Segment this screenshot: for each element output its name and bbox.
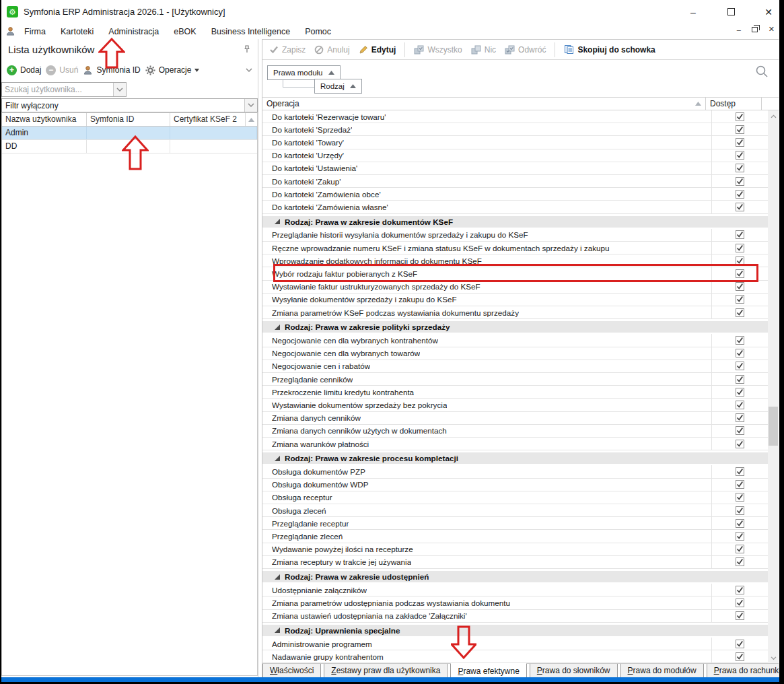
tab-prawa-do-rachunków-bankowych[interactable]: Prawa do rachunków bankowych bbox=[707, 664, 784, 678]
access-checkbox[interactable] bbox=[736, 256, 744, 265]
edytuj-button[interactable]: Edytuj bbox=[359, 45, 396, 55]
permission-row[interactable]: Do kartoteki 'Zakup' bbox=[262, 175, 768, 188]
permission-row[interactable]: Zmiana parametrów udostępniania podczas … bbox=[262, 596, 768, 609]
column-header-symfonia-id[interactable]: Symfonia ID bbox=[87, 113, 170, 126]
permission-row[interactable]: Zmiana danych cenników bbox=[262, 412, 768, 425]
access-checkbox[interactable] bbox=[736, 519, 744, 528]
permission-row[interactable]: Przeglądanie zleceń bbox=[262, 530, 768, 543]
toolbar-overflow-chevron-icon[interactable] bbox=[246, 68, 252, 73]
zapisz-button[interactable]: Zapisz bbox=[269, 45, 306, 55]
search-icon[interactable] bbox=[754, 64, 769, 79]
nic-button[interactable]: Nic bbox=[471, 45, 496, 55]
permission-row[interactable]: Do kartoteki 'Urzędy' bbox=[262, 149, 768, 162]
vertical-scrollbar[interactable] bbox=[768, 110, 779, 664]
close-button[interactable]: ✕ bbox=[761, 7, 776, 18]
permission-row[interactable]: Wydawanie powyżej ilości na recepturze bbox=[262, 543, 768, 556]
permission-row[interactable]: Ręczne wprowadzanie numeru KSeF i zmiana… bbox=[262, 242, 768, 254]
access-checkbox[interactable] bbox=[736, 440, 744, 448]
tab-właściwości[interactable]: Właściwości bbox=[262, 664, 321, 678]
permission-row[interactable]: Negocjowanie cen i rabatów bbox=[262, 360, 768, 373]
filter-dropdown-button[interactable] bbox=[244, 99, 257, 112]
tab-prawa-do-modułów[interactable]: Prawa do modułów bbox=[620, 664, 704, 678]
column-header-certyfikat[interactable]: Certyfikat KSeF 2 bbox=[170, 113, 246, 126]
permission-row[interactable]: Przeglądanie receptur bbox=[262, 517, 768, 530]
menu-item-ebok[interactable]: eBOK bbox=[166, 26, 203, 38]
operations-button[interactable]: Operacje bbox=[145, 65, 200, 75]
wszystko-button[interactable]: Wszystko bbox=[414, 45, 462, 55]
permission-row[interactable]: Zmiana receptury w trakcie jej używania bbox=[262, 556, 768, 569]
access-checkbox[interactable] bbox=[736, 164, 744, 172]
access-checkbox[interactable] bbox=[736, 244, 744, 252]
permission-row[interactable]: Wprowadzanie dodatkowych informacji do d… bbox=[262, 254, 768, 267]
access-checkbox[interactable] bbox=[736, 138, 744, 147]
odwróć-button[interactable]: Odwróć bbox=[505, 45, 546, 55]
group-by-rodzaj[interactable]: Rodzaj bbox=[314, 79, 362, 94]
column-header-operacja[interactable]: Operacja bbox=[262, 98, 705, 110]
permission-row[interactable]: Przeglądanie historii wysyłania dokument… bbox=[262, 229, 768, 242]
menu-item-business-intelligence[interactable]: Business Intelligence bbox=[204, 26, 297, 38]
access-checkbox[interactable] bbox=[736, 557, 744, 566]
permission-row[interactable]: Przekroczenie limitu kredytu kontrahenta bbox=[262, 386, 768, 399]
access-checkbox[interactable] bbox=[736, 308, 744, 317]
permission-row[interactable]: Do kartoteki 'Zamówienia własne' bbox=[262, 201, 768, 213]
access-checkbox[interactable] bbox=[736, 413, 744, 422]
access-checkbox[interactable] bbox=[736, 506, 744, 515]
anuluj-button[interactable]: Anuluj bbox=[314, 45, 349, 55]
access-checkbox[interactable] bbox=[736, 388, 744, 397]
user-row-admin[interactable]: Admin bbox=[2, 127, 257, 140]
search-input[interactable] bbox=[2, 83, 113, 96]
access-checkbox[interactable] bbox=[736, 640, 744, 648]
access-checkbox[interactable] bbox=[736, 480, 744, 489]
permission-row[interactable]: Nadawanie grupy kontrahentom bbox=[262, 650, 768, 663]
permission-row[interactable]: Udostępnianie załączników bbox=[262, 584, 768, 596]
permission-row[interactable]: Zmiana ustawień udostępniania na zakładc… bbox=[262, 610, 768, 623]
panel-splitter[interactable] bbox=[258, 39, 262, 677]
access-checkbox[interactable] bbox=[736, 375, 744, 384]
permission-row[interactable]: Do kartoteki 'Ustawienia' bbox=[262, 162, 768, 175]
permission-row[interactable]: Wysyłanie dokumentów sprzedaży i zakupu … bbox=[262, 294, 768, 306]
column-header-dostep[interactable]: Dostęp bbox=[705, 98, 761, 110]
permission-row[interactable]: Wystawianie faktur ustrukturyzowanych sp… bbox=[262, 281, 768, 294]
permission-row[interactable]: Zmiana parametrów KSeF podczas wystawian… bbox=[262, 306, 768, 319]
permission-row[interactable]: Negocjowanie cen dla wybranych kontrahen… bbox=[262, 334, 768, 347]
access-checkbox[interactable] bbox=[736, 362, 744, 370]
access-checkbox[interactable] bbox=[736, 467, 744, 476]
group-row[interactable]: Rodzaj: Prawa w zakresie dokumentów KSeF bbox=[262, 214, 768, 229]
filter-dropdown[interactable]: Filtr wyłączony bbox=[1, 98, 258, 112]
mdi-close-button[interactable]: ✕ bbox=[769, 25, 775, 34]
permission-row[interactable]: Przeglądanie cenników bbox=[262, 373, 768, 386]
group-by-prawa-modulu[interactable]: Prawa modułu bbox=[267, 65, 341, 80]
permission-row[interactable]: Do kartoteki 'Rezerwacje towaru' bbox=[262, 110, 768, 123]
access-checkbox[interactable] bbox=[736, 269, 744, 278]
menu-item-pomoc[interactable]: Pomoc bbox=[297, 26, 338, 38]
tab-zestawy-praw-dla-użytkownika[interactable]: Zestawy praw dla użytkownika bbox=[324, 664, 448, 678]
scroll-down-icon[interactable] bbox=[768, 652, 779, 664]
mdi-restore-button[interactable] bbox=[752, 27, 758, 32]
symfonia-id-button[interactable]: Symfonia ID bbox=[83, 65, 140, 75]
permission-row[interactable]: Zmiana danych cenników użytych w dokumen… bbox=[262, 425, 768, 438]
maximize-button[interactable] bbox=[723, 7, 738, 18]
access-checkbox[interactable] bbox=[736, 177, 744, 186]
skopiuj-do-schowka-button[interactable]: Skopiuj do schowka bbox=[564, 44, 655, 55]
permission-row[interactable]: Administrowanie programem bbox=[262, 638, 768, 650]
access-checkbox[interactable] bbox=[736, 598, 744, 607]
permission-row[interactable]: Do kartoteki 'Sprzedaż' bbox=[262, 123, 768, 136]
access-checkbox[interactable] bbox=[736, 112, 744, 121]
scrollbar-thumb[interactable] bbox=[769, 407, 778, 446]
permission-row[interactable]: Wybór rodzaju faktur pobieranych z KSeF bbox=[262, 267, 768, 280]
group-row[interactable]: Rodzaj: Uprawnienia specjalne bbox=[262, 623, 768, 638]
delete-user-button[interactable]: − Usuń bbox=[46, 65, 78, 75]
permission-row[interactable]: Negocjowanie cen dla wybranych towarów bbox=[262, 347, 768, 360]
group-row[interactable]: Rodzaj: Prawa w zakresie udostępnień bbox=[262, 569, 768, 584]
access-checkbox[interactable] bbox=[736, 426, 744, 435]
access-checkbox[interactable] bbox=[736, 401, 744, 409]
permission-row[interactable]: Obsługa receptur bbox=[262, 491, 768, 504]
access-checkbox[interactable] bbox=[736, 151, 744, 160]
tab-prawa-do-słowników[interactable]: Prawa do słowników bbox=[530, 664, 618, 678]
user-row-dd[interactable]: DD bbox=[2, 140, 257, 153]
group-row[interactable]: Rodzaj: Prawa w zakresie procesu komplet… bbox=[262, 450, 768, 465]
access-checkbox[interactable] bbox=[736, 349, 744, 357]
permission-row[interactable]: Obsługa dokumentów PZP bbox=[262, 465, 768, 478]
permission-row[interactable]: Wystawianie dokumentów sprzedaży bez pok… bbox=[262, 399, 768, 411]
add-user-button[interactable]: + Dodaj bbox=[7, 65, 41, 75]
